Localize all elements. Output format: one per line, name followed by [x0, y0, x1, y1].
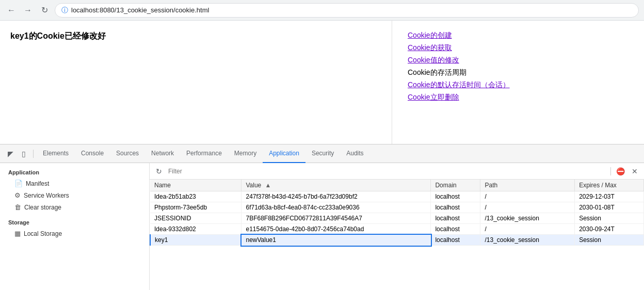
filter-clear-icon[interactable]: ⛔	[615, 166, 625, 176]
storage-section-title: Storage	[0, 217, 149, 228]
sidebar-item-label: Service Workers	[24, 192, 69, 199]
main-panel: ↻ ⛔ ✕ NameValue ▲DomainPathExpires / Max…	[150, 163, 644, 290]
col-header-path[interactable]: Path	[480, 180, 575, 191]
sidebar-item-label: Local Storage	[24, 230, 62, 237]
tab-console[interactable]: Console	[75, 144, 110, 163]
app-section-title: Application	[0, 167, 149, 178]
table-cell: 6f71d63a-b8cf-4ea0-874c-cc233a0e9036	[242, 202, 431, 213]
table-cell: /	[480, 224, 575, 235]
address-bar[interactable]: ⓘ localhost:8080/13_cookie_session/cooki…	[55, 3, 639, 18]
table-cell: Idea-9332d802	[150, 224, 242, 235]
filter-divider	[610, 167, 611, 175]
sidebar-item-label: Clear storage	[24, 204, 61, 211]
filter-close-icon[interactable]: ✕	[630, 166, 640, 176]
tab-performance[interactable]: Performance	[180, 144, 228, 163]
table-cell: /	[480, 202, 575, 213]
table-cell: localhost	[431, 235, 480, 246]
sidebar-item-icon: 🗑	[14, 203, 21, 211]
sidebar-panel: Application 📄Manifest⚙Service Workers🗑Cl…	[0, 163, 150, 290]
inspect-icon[interactable]: ◤	[4, 148, 17, 160]
browser-bar: ← → ↻ ⓘ localhost:8080/13_cookie_session…	[0, 0, 644, 21]
tab-elements[interactable]: Elements	[37, 144, 75, 163]
sidebar-item-clear-storage[interactable]: 🗑Clear storage	[0, 201, 149, 213]
sidebar-page-link[interactable]: Cookie的获取	[408, 43, 629, 53]
sidebar-item-icon: ⚙	[14, 191, 21, 199]
col-header-domain[interactable]: Domain	[431, 180, 480, 191]
table-cell: /	[480, 191, 575, 202]
table-cell: /13_cookie_session	[480, 235, 575, 246]
sidebar-item-manifest[interactable]: 📄Manifest	[0, 178, 149, 189]
table-cell: 7BF68F8B296FCD06772811A39F4546A7	[242, 213, 431, 224]
col-header-name[interactable]: Name	[150, 180, 242, 191]
table-cell: Session	[575, 213, 644, 224]
tab-application[interactable]: Application	[263, 144, 305, 163]
table-cell: 2029-12-03T	[575, 191, 644, 202]
page-main: key1的Cookie已经修改好	[0, 21, 392, 144]
sidebar-page-text: Cookie的存活周期	[408, 68, 629, 77]
devtools-tabs: ◤ ▯ ElementsConsoleSourcesNetworkPerform…	[0, 144, 644, 163]
col-header-value[interactable]: Value ▲	[242, 180, 431, 191]
table-cell: localhost	[431, 202, 480, 213]
sidebar-item-label: Manifest	[26, 180, 49, 187]
back-button[interactable]: ←	[5, 4, 18, 17]
sidebar-page-link[interactable]: Cookie值的修改	[408, 56, 629, 65]
table-row[interactable]: JSESSIONID7BF68F8B296FCD06772811A39F4546…	[150, 213, 644, 224]
sidebar-item-icon: ▦	[14, 230, 21, 237]
sidebar-page-link[interactable]: Cookie的创建	[408, 31, 629, 40]
filter-bar: ↻ ⛔ ✕	[150, 163, 644, 180]
filter-refresh-button[interactable]: ↻	[154, 166, 164, 176]
security-icon: ⓘ	[61, 6, 68, 15]
forward-button[interactable]: →	[22, 4, 34, 17]
refresh-button[interactable]: ↻	[38, 4, 51, 17]
device-icon[interactable]: ▯	[18, 148, 30, 160]
tab-network[interactable]: Network	[145, 144, 180, 163]
sidebar-item-icon: 📄	[14, 180, 23, 187]
cookie-table: NameValue ▲DomainPathExpires / Max Idea-…	[150, 180, 644, 246]
tab-memory[interactable]: Memory	[228, 144, 263, 163]
table-cell: 2030-09-24T	[575, 224, 644, 235]
sidebar-page-link[interactable]: Cookie立即删除	[408, 93, 629, 102]
table-row[interactable]: key1newValue1localhost/13_cookie_session…	[150, 235, 644, 246]
table-cell: Session	[575, 235, 644, 246]
cookie-message: key1的Cookie已经修改好	[10, 31, 381, 42]
table-row[interactable]: Phpstorm-73ee5db6f71d63a-b8cf-4ea0-874c-…	[150, 202, 644, 213]
table-cell: localhost	[431, 224, 480, 235]
table-cell: localhost	[431, 191, 480, 202]
table-cell: 2030-01-08T	[575, 202, 644, 213]
col-header-expires-max[interactable]: Expires / Max	[575, 180, 644, 191]
table-container: NameValue ▲DomainPathExpires / Max Idea-…	[150, 180, 644, 290]
table-cell: key1	[150, 235, 242, 246]
tab-security[interactable]: Security	[305, 144, 340, 163]
table-cell: Idea-2b51ab23	[150, 191, 242, 202]
url-text: localhost:8080/13_cookie_session/cookie.…	[71, 6, 209, 14]
table-cell: newValue1	[242, 235, 431, 246]
tab-audits[interactable]: Audits	[340, 144, 369, 163]
table-cell: localhost	[431, 213, 480, 224]
sidebar-item-local-storage[interactable]: ▦Local Storage	[0, 228, 149, 239]
table-cell: Phpstorm-73ee5db	[150, 202, 242, 213]
sidebar-item-service-workers[interactable]: ⚙Service Workers	[0, 189, 149, 201]
tab-sources[interactable]: Sources	[110, 144, 145, 163]
table-row[interactable]: Idea-9332d802e1154675-0dae-42b0-8d07-245…	[150, 224, 644, 235]
filter-input[interactable]	[168, 168, 606, 175]
tab-divider	[33, 150, 34, 158]
sort-icon: ▲	[265, 182, 271, 189]
devtools-body: Application 📄Manifest⚙Service Workers🗑Cl…	[0, 163, 644, 290]
table-cell: JSESSIONID	[150, 213, 242, 224]
page-content: key1的Cookie已经修改好 Cookie的创建Cookie的获取Cooki…	[0, 21, 644, 144]
table-cell: /13_cookie_session	[480, 213, 575, 224]
table-cell: e1154675-0dae-42b0-8d07-2456ca74b0ad	[242, 224, 431, 235]
page-sidebar: Cookie的创建Cookie的获取Cookie值的修改Cookie的存活周期C…	[392, 21, 644, 144]
sidebar-page-link[interactable]: Cookie的默认存活时间（会话）	[408, 80, 629, 90]
table-row[interactable]: Idea-2b51ab23247f378f-b43d-4245-b7bd-6a7…	[150, 191, 644, 202]
table-cell: 247f378f-b43d-4245-b7bd-6a7f23d09bf2	[242, 191, 431, 202]
